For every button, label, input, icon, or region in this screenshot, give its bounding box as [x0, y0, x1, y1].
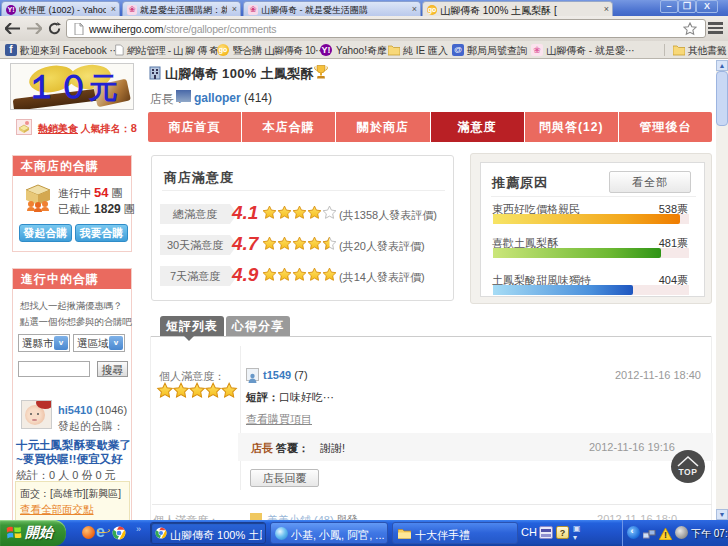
- svg-text:!: !: [664, 530, 667, 540]
- svg-text:TOP: TOP: [679, 467, 698, 477]
